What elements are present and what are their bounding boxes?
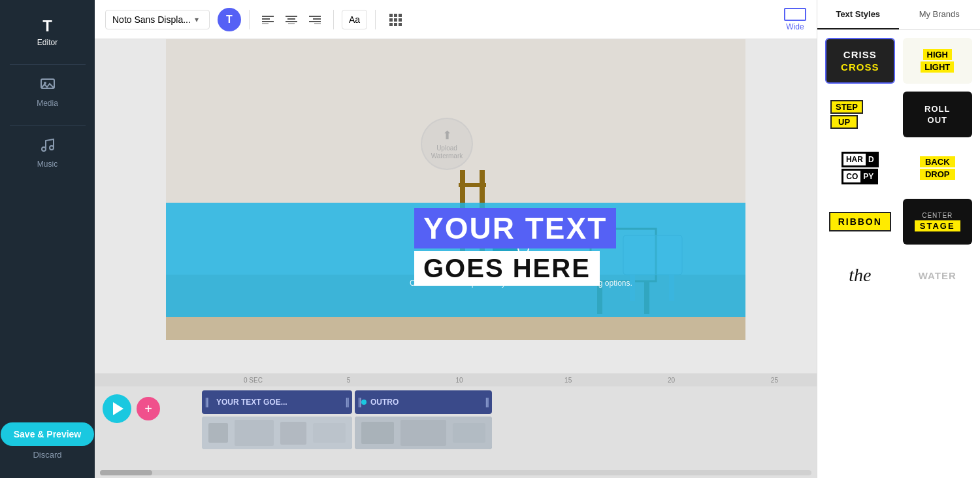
discard-button[interactable]: Discard [33, 450, 61, 460]
scrollbar-thumb[interactable] [100, 470, 152, 475]
style-card-criss-cross[interactable]: CRISS CROSS [825, 38, 895, 84]
style-card-high-light[interactable]: HIGH LIGHT [903, 38, 973, 84]
toolbar-divider-2 [333, 10, 334, 29]
svg-rect-22 [389, 23, 393, 26]
cs-stage: STAGE [915, 220, 960, 231]
sidebar-label-music: Music [37, 160, 57, 169]
hl-line2: LIGHT [921, 61, 954, 73]
bd-line1: BACK [920, 156, 955, 167]
sidebar: T Editor Media Music Save & Preview Disc… [0, 0, 95, 478]
sidebar-item-music[interactable]: Music [0, 131, 95, 175]
outro-clip[interactable]: ‖ OUTRO ‖ [355, 390, 492, 414]
timeline-scrollbar[interactable] [100, 470, 811, 475]
align-right-button[interactable] [304, 9, 325, 30]
font-color-letter: T [226, 14, 233, 26]
style-card-center-stage[interactable]: CENTER STAGE [903, 199, 973, 245]
style-card-step-up[interactable]: STEP UP [825, 92, 895, 137]
water-text: WATER [919, 270, 956, 281]
text-line2[interactable]: GOES HERE [414, 251, 600, 286]
music-icon [40, 137, 56, 157]
tab-text-styles[interactable]: Text Styles [817, 0, 899, 29]
watermark-upload-button[interactable]: ⬆ Upload Watermark [421, 118, 473, 170]
thumbnail-row [202, 417, 814, 449]
text-overlay[interactable]: YOUR TEXT GOES HERE [414, 208, 745, 286]
svg-rect-50 [400, 420, 446, 446]
hc-hard: HAR [843, 154, 866, 165]
play-icon [113, 402, 123, 415]
svg-rect-19 [389, 18, 393, 22]
svg-rect-49 [361, 422, 394, 444]
sidebar-item-editor[interactable]: T Editor [0, 10, 95, 54]
canvas[interactable]: ⬆ Upload Watermark [166, 39, 745, 340]
style-card-hard-copy[interactable]: HAR D CO PY [825, 145, 895, 191]
sidebar-label-media: Media [37, 99, 58, 108]
ro-line1: ROLL [924, 104, 950, 114]
upload-icon: ⬆ [442, 128, 452, 143]
style-card-water[interactable]: WATER [903, 252, 973, 298]
thumbnail-clip-1[interactable] [202, 417, 352, 449]
toolbar-divider-1 [249, 10, 250, 29]
timeline-tracks: ‖ YOUR TEXT GOE... ‖ ‖ OUTRO ‖ [199, 390, 817, 464]
panel-content: CRISS CROSS HIGH LIGHT STEP UP ROLL OUT [817, 30, 980, 478]
timeline-controls: + [95, 390, 199, 464]
style-card-the[interactable]: the [825, 252, 895, 298]
add-clip-button[interactable]: + [137, 397, 160, 420]
svg-rect-23 [394, 23, 397, 26]
wide-label: Wide [786, 22, 804, 31]
play-button[interactable] [103, 394, 131, 423]
ruler-mark-20: 20 [668, 377, 675, 384]
chevron-down-icon: ▾ [195, 15, 199, 24]
ruler-mark-25: 25 [771, 377, 778, 384]
style-card-roll-out[interactable]: ROLL OUT [903, 92, 973, 137]
ribbon-text: RIBBON [838, 216, 882, 227]
timeline-ruler: 0 SEC 5 10 15 20 25 [95, 373, 817, 386]
svg-rect-20 [394, 18, 397, 22]
style-card-ribbon[interactable]: RIBBON [825, 199, 895, 245]
hc-copy: CO [843, 171, 860, 182]
font-size-label: Aa [349, 14, 360, 25]
ruler-marks: 0 SEC 5 10 15 20 25 [244, 373, 817, 386]
media-icon [40, 77, 56, 96]
sidebar-divider-1 [10, 64, 86, 65]
font-selector[interactable]: Noto Sans Displa... ▾ [105, 10, 210, 29]
thumbnail-clip-2[interactable] [355, 417, 492, 449]
style-card-back-drop[interactable]: BACK DROP [903, 145, 973, 191]
font-color-button[interactable]: T [218, 8, 241, 31]
criss-line2: CROSS [841, 61, 879, 73]
wide-button[interactable]: Wide [784, 8, 806, 31]
ro-line2: OUT [928, 115, 947, 125]
svg-rect-46 [280, 422, 306, 445]
hl-line1: HIGH [923, 49, 953, 60]
plus-icon: + [144, 401, 152, 417]
sidebar-divider-2 [10, 125, 86, 126]
svg-rect-18 [399, 14, 402, 17]
clip-handle-right: ‖ [345, 397, 350, 407]
toolbar-divider-3 [375, 10, 376, 29]
svg-rect-24 [399, 23, 402, 26]
align-group [257, 9, 325, 30]
sidebar-item-media[interactable]: Media [0, 70, 95, 114]
hc-d: D [866, 154, 877, 165]
toolbar: Noto Sans Displa... ▾ T Aa [95, 0, 817, 39]
timeline: 0 SEC 5 10 15 20 25 + [95, 373, 817, 478]
watermark-label: Upload Watermark [422, 145, 472, 160]
tab-my-brands[interactable]: My Brands [899, 0, 981, 29]
outro-dot [361, 400, 367, 405]
align-center-button[interactable] [281, 9, 302, 30]
save-preview-button[interactable]: Save & Preview [1, 422, 95, 446]
clip-handle-left: ‖ [204, 397, 209, 407]
timeline-content: + ‖ YOUR TEXT GOE... ‖ ‖ [95, 386, 817, 468]
align-left-button[interactable] [257, 9, 278, 30]
text-clip[interactable]: ‖ YOUR TEXT GOE... ‖ [202, 390, 352, 414]
outro-handle-right: ‖ [485, 397, 489, 407]
canvas-container: ⬆ Upload Watermark [95, 39, 817, 373]
ruler-mark-5: 5 [347, 377, 351, 384]
text-line1[interactable]: YOUR TEXT [414, 208, 616, 248]
hc-py: PY [860, 171, 876, 182]
grid-button[interactable] [384, 8, 407, 31]
outro-clip-label: OUTRO [370, 398, 399, 407]
font-size-button[interactable]: Aa [342, 10, 367, 29]
su-line2: UP [830, 115, 858, 129]
right-panel: Text Styles My Brands CRISS CROSS HIGH L… [817, 0, 980, 478]
ruler-mark-0: 0 SEC [244, 377, 263, 384]
